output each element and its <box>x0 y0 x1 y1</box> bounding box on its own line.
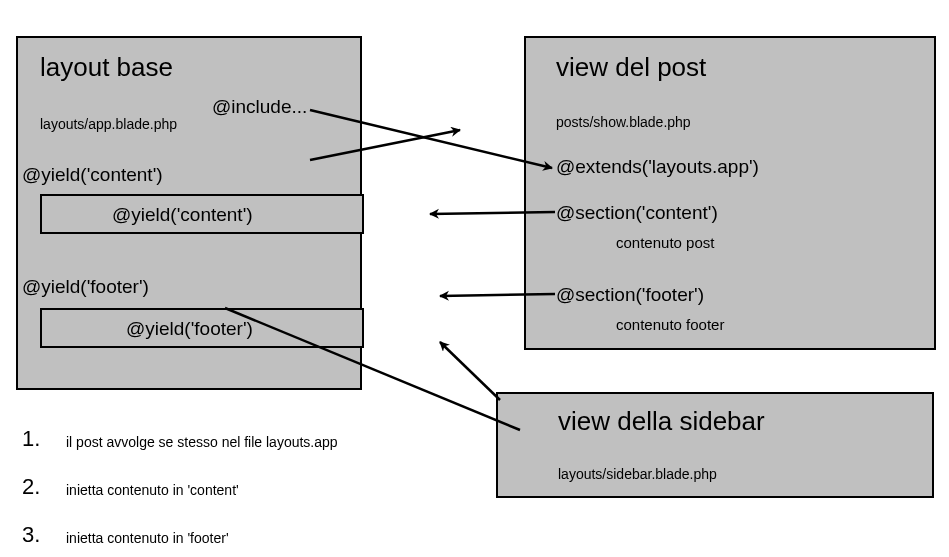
post-view-box: view del post posts/show.blade.php @exte… <box>524 36 936 350</box>
sidebar-view-path: layouts/sidebar.blade.php <box>558 466 717 482</box>
list-text-3: inietta contenuto in 'footer' <box>66 530 229 546</box>
layout-base-path: layouts/app.blade.php <box>40 116 177 132</box>
content-note: contenuto post <box>616 234 714 251</box>
yield-content-label: @yield('content') <box>22 164 163 186</box>
layout-base-title: layout base <box>40 52 173 83</box>
yield-footer-label: @yield('footer') <box>22 276 149 298</box>
extends-directive: @extends('layouts.app') <box>556 156 759 178</box>
sidebar-view-title: view della sidebar <box>558 406 765 437</box>
list-text-1: il post avvolge se stesso nel file layou… <box>66 434 338 450</box>
arrow-sidebar-up <box>440 342 500 400</box>
include-directive: @include... <box>212 96 307 118</box>
yield-footer-inner: @yield('footer') <box>126 318 253 340</box>
yield-content-box: @yield('content') <box>40 194 364 234</box>
section-content: @section('content') <box>556 202 718 224</box>
post-view-path: posts/show.blade.php <box>556 114 691 130</box>
yield-content-inner: @yield('content') <box>112 204 253 226</box>
post-view-title: view del post <box>556 52 706 83</box>
section-footer: @section('footer') <box>556 284 704 306</box>
list-number-1: 1. <box>22 426 40 452</box>
footer-note: contenuto footer <box>616 316 724 333</box>
yield-footer-box: @yield('footer') <box>40 308 364 348</box>
list-number-3: 3. <box>22 522 40 548</box>
list-number-2: 2. <box>22 474 40 500</box>
sidebar-view-box: view della sidebar layouts/sidebar.blade… <box>496 392 934 498</box>
list-text-2: inietta contenuto in 'content' <box>66 482 239 498</box>
